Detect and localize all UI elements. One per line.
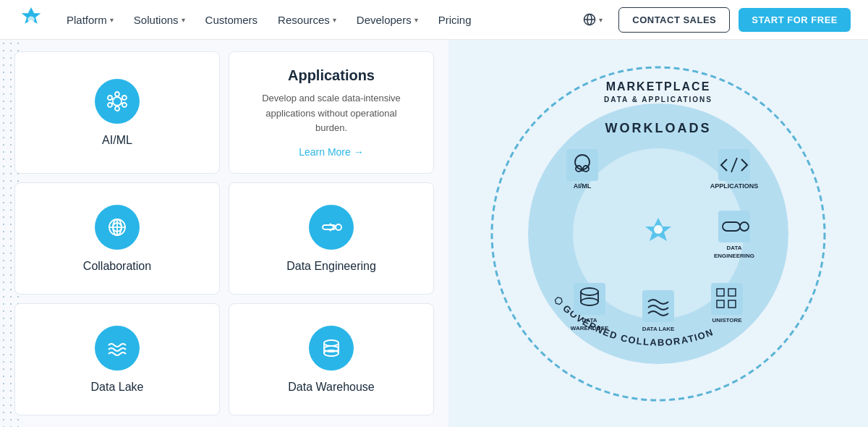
- chevron-down-icon: ▾: [333, 16, 336, 24]
- svg-text:DATA LAKE: DATA LAKE: [642, 326, 675, 332]
- svg-text:MARKETPLACE: MARKETPLACE: [606, 80, 711, 93]
- contact-sales-button[interactable]: CONTACT SALES: [618, 7, 730, 33]
- svg-rect-64: [711, 283, 743, 315]
- chevron-down-icon: ▾: [599, 16, 603, 24]
- svg-rect-62: [642, 290, 674, 322]
- collaboration-icon-circle: [95, 205, 140, 250]
- data-warehouse-icon-circle: [309, 326, 354, 371]
- data-warehouse-label: Data Warehouse: [288, 381, 374, 394]
- card-data-engineering[interactable]: Data Engineering: [229, 182, 434, 295]
- svg-line-17: [112, 103, 114, 103]
- svg-text:DATA: DATA: [726, 245, 741, 251]
- nav-platform[interactable]: Platform ▾: [58, 8, 122, 32]
- aiml-icon: [106, 90, 129, 113]
- snowflake-platform-diagram: MARKETPLACE DATA & APPLICATIONS WORKLOAD…: [477, 53, 839, 415]
- svg-point-25: [336, 224, 341, 230]
- arrow-right-icon: →: [354, 146, 364, 158]
- card-collaboration[interactable]: Collaboration: [14, 182, 220, 295]
- card-aiml[interactable]: AI/ML: [14, 51, 220, 174]
- nav-pricing[interactable]: Pricing: [430, 8, 480, 32]
- svg-line-18: [122, 103, 123, 103]
- data-lake-label: Data Lake: [91, 381, 144, 394]
- nav-links: Platform ▾ Solutions ▾ Customers Resourc…: [58, 8, 576, 32]
- learn-more-link[interactable]: Learn More →: [299, 146, 364, 158]
- start-free-button[interactable]: START FOR FREE: [739, 8, 851, 32]
- right-panel: MARKETPLACE DATA & APPLICATIONS WORKLOAD…: [448, 40, 868, 427]
- diagram: MARKETPLACE DATA & APPLICATIONS WORKLOAD…: [477, 53, 839, 415]
- svg-text:WORKLOADS: WORKLOADS: [605, 121, 712, 135]
- chevron-down-icon: ▾: [110, 16, 114, 24]
- data-warehouse-icon: [320, 337, 343, 360]
- data-engineering-label: Data Engineering: [286, 260, 376, 273]
- nav-customers[interactable]: Customers: [197, 8, 267, 32]
- svg-text:UNISTORE: UNISTORE: [712, 317, 742, 324]
- applications-desc: Develop and scale data-intensive applica…: [250, 91, 413, 136]
- svg-line-16: [122, 98, 123, 99]
- aiml-label: AI/ML: [102, 134, 132, 147]
- nav-resources[interactable]: Resources ▾: [269, 8, 345, 32]
- svg-point-7: [115, 92, 119, 96]
- svg-point-27: [324, 340, 339, 346]
- chevron-down-icon: ▾: [182, 16, 185, 24]
- globe-icon: [583, 13, 596, 26]
- svg-text:AI/ML: AI/ML: [574, 182, 592, 190]
- main-content: AI/ML Applications Develop and scale dat…: [0, 40, 868, 427]
- card-data-warehouse[interactable]: Data Warehouse: [229, 303, 434, 415]
- svg-text:ENGINEERING: ENGINEERING: [714, 253, 754, 259]
- svg-point-8: [115, 106, 119, 111]
- svg-text:APPLICATIONS: APPLICATIONS: [710, 182, 758, 190]
- svg-point-6: [113, 97, 122, 106]
- data-lake-icon: [106, 337, 129, 360]
- chevron-down-icon: ▾: [414, 16, 418, 24]
- nav-actions: ▾ CONTACT SALES START FOR FREE: [576, 7, 851, 33]
- card-data-lake[interactable]: Data Lake: [14, 303, 220, 415]
- svg-line-15: [112, 98, 114, 99]
- aiml-icon-circle: [95, 79, 140, 124]
- logo[interactable]: [17, 6, 45, 33]
- navbar: Platform ▾ Solutions ▾ Customers Resourc…: [0, 0, 868, 40]
- collaboration-label: Collaboration: [83, 260, 151, 273]
- svg-rect-41: [566, 149, 598, 181]
- card-applications[interactable]: Applications Develop and scale data-inte…: [229, 51, 434, 174]
- data-lake-icon-circle: [95, 326, 140, 371]
- data-engineering-icon-circle: [309, 205, 354, 250]
- svg-text:DATA & APPLICATIONS: DATA & APPLICATIONS: [604, 96, 712, 103]
- language-button[interactable]: ▾: [576, 7, 610, 32]
- nav-developers[interactable]: Developers ▾: [348, 8, 427, 32]
- svg-text:WAREHOUSE: WAREHOUSE: [571, 325, 609, 331]
- applications-title: Applications: [288, 67, 375, 84]
- collaboration-icon: [106, 216, 129, 239]
- nav-solutions[interactable]: Solutions ▾: [125, 8, 194, 32]
- svg-text:DATA: DATA: [582, 317, 597, 324]
- data-engineering-icon: [320, 216, 343, 239]
- svg-point-71: [654, 225, 663, 234]
- left-panel: AI/ML Applications Develop and scale dat…: [0, 40, 448, 427]
